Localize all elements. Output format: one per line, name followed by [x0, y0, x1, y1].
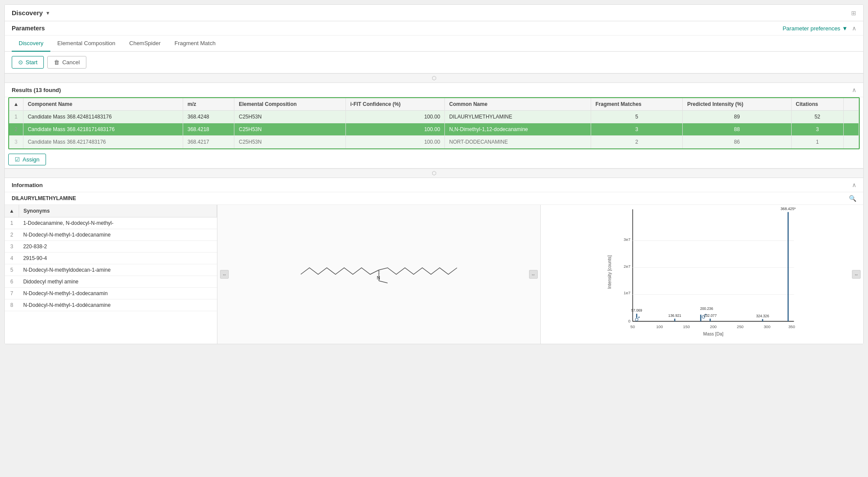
table-row[interactable]: 2 Candidate Mass 368.4218171483176 368.4… — [9, 123, 859, 136]
synonym-name: Didodecyl methyl amine — [19, 276, 217, 288]
results-table-header-row: ▲ Component Name m/z Elemental Compositi… — [9, 98, 859, 111]
divider-icon: ⬡ — [432, 75, 436, 81]
information-header: Information ∧ — [5, 178, 863, 192]
synonym-num: 3 — [5, 241, 19, 253]
list-item[interactable]: 7 N-Dodecyl-N-methyl-1-dodecanamin — [5, 288, 217, 299]
results-header: Results (13 found) ∧ — [5, 83, 863, 97]
header-title: Discovery ▼ — [12, 9, 50, 16]
results-title: Results (13 found) — [12, 87, 61, 93]
row-fragment-matches: 2 — [591, 136, 682, 148]
svg-text:200: 200 — [710, 325, 717, 329]
assign-button[interactable]: ☑ Assign — [8, 154, 46, 165]
row-elemental-comp: C25H53N — [234, 136, 346, 148]
synonyms-panel: ▲ Synonyms 1 1-Dodecanamine, N-dodecyl-N… — [5, 205, 217, 344]
synonyms-name-col[interactable]: Synonyms — [19, 205, 217, 217]
svg-text:3e7: 3e7 — [624, 237, 631, 242]
table-row[interactable]: 3 Candidate Mass 368.4217483176 368.4217… — [9, 136, 859, 148]
row-fragment-matches: 5 — [591, 111, 682, 123]
parameters-actions: Parameter preferences ▼ ∧ — [783, 25, 856, 32]
col-fragment-matches[interactable]: Fragment Matches — [591, 98, 682, 111]
discovery-title: Discovery — [12, 9, 43, 16]
col-citations[interactable]: Citations — [791, 98, 843, 111]
row-common-name: NORT-DODECANAMINE — [445, 136, 591, 148]
row-ifit: 100.00 — [346, 111, 445, 123]
row-num: 1 — [9, 111, 23, 123]
row-elemental-comp: C25H53N — [234, 123, 346, 136]
list-item[interactable]: 1 1-Dodecanamine, N-dodecyl-N-methyl- — [5, 217, 217, 229]
mass-spectrum-chart: 0 1e7 2e7 3e7 50 100 150 200 250 300 350 — [541, 205, 864, 344]
svg-text:N: N — [377, 275, 380, 280]
main-container: Discovery ▼ ⊞ Parameters Parameter prefe… — [4, 4, 864, 344]
divider-icon-2: ⬡ — [432, 170, 436, 176]
start-circle-icon: ⊙ — [18, 59, 23, 66]
row-component-name: Candidate Mass 368.424811483176 — [23, 111, 183, 123]
row-component-name: Candidate Mass 368.4217483176 — [23, 136, 183, 148]
col-common-name[interactable]: Common Name — [445, 98, 591, 111]
row-ifit: 100.00 — [346, 136, 445, 148]
divider-handle-bottom[interactable]: ⬡ — [5, 168, 863, 178]
svg-text:Intensity [counts]: Intensity [counts] — [607, 255, 612, 289]
info-panels: ▲ Synonyms 1 1-Dodecanamine, N-dodecyl-N… — [5, 205, 863, 344]
list-item[interactable]: 3 220-838-2 — [5, 241, 217, 253]
molecule-panel: ↔ — [217, 205, 541, 344]
information-collapse-icon[interactable]: ∧ — [852, 181, 856, 188]
svg-text:57.069: 57.069 — [631, 309, 642, 313]
table-row[interactable]: 1 Candidate Mass 368.424811483176 368.42… — [9, 111, 859, 123]
synonym-num: 1 — [5, 217, 19, 229]
parameter-preferences-link[interactable]: Parameter preferences ▼ — [783, 25, 848, 32]
tab-discovery[interactable]: Discovery — [12, 36, 50, 52]
synonym-name: N-Dodecyl-N-methyldodecan-1-amine — [19, 264, 217, 276]
row-actions — [844, 111, 859, 123]
col-elemental-comp[interactable]: Elemental Composition — [234, 98, 346, 111]
col-actions — [844, 98, 859, 111]
divider-handle-top[interactable]: ⬡ — [5, 73, 863, 83]
svg-text:2e7: 2e7 — [624, 264, 631, 269]
results-collapse-icon[interactable]: ∧ — [852, 86, 856, 93]
parameters-title: Parameters — [12, 25, 45, 32]
synonym-name: N-Dodecyl-N-methyl-1-dodecanamine — [19, 229, 217, 241]
col-predicted-intensity[interactable]: Predicted Intensity (%) — [683, 98, 791, 111]
list-item[interactable]: 2 N-Dodecyl-N-methyl-1-dodecanamine — [5, 229, 217, 241]
list-item[interactable]: 6 Didodecyl methyl amine — [5, 276, 217, 288]
tab-fragment-match[interactable]: Fragment Match — [168, 36, 223, 52]
row-predicted-intensity: 86 — [683, 136, 791, 148]
list-item[interactable]: 5 N-Dodecyl-N-methyldodecan-1-amine — [5, 264, 217, 276]
synonym-name: 1-Dodecanamine, N-dodecyl-N-methyl- — [19, 217, 217, 229]
synonym-name: 220-838-2 — [19, 241, 217, 253]
row-elemental-comp: C25H53N — [234, 111, 346, 123]
row-component-name: Candidate Mass 368.4218171483176 — [23, 123, 183, 136]
row-citations: 3 — [791, 123, 843, 136]
parameters-collapse-icon[interactable]: ∧ — [852, 25, 856, 32]
results-table-wrapper: ▲ Component Name m/z Elemental Compositi… — [8, 97, 860, 149]
start-button[interactable]: ⊙ Start — [12, 56, 44, 69]
row-citations: 1 — [791, 136, 843, 148]
synonym-num: 6 — [5, 276, 19, 288]
svg-text:50: 50 — [630, 325, 635, 329]
grid-icon[interactable]: ⊞ — [851, 10, 856, 16]
compound-name-row: DILAURYLMETHYLAMINE 🔍 — [5, 192, 863, 205]
synonyms-sort-col[interactable]: ▲ — [5, 205, 19, 217]
col-component-name[interactable]: Component Name — [23, 98, 183, 111]
buttons-row: ⊙ Start 🗑 Cancel — [5, 52, 863, 73]
list-item[interactable]: 4 2915-90-4 — [5, 253, 217, 264]
assign-row: ☑ Assign — [5, 151, 863, 168]
col-sort[interactable]: ▲ — [9, 98, 23, 111]
molecule-expand-right-icon[interactable]: ↔ — [529, 270, 538, 279]
col-ifit[interactable]: i-FIT Confidence (%) — [346, 98, 445, 111]
information-section: Information ∧ DILAURYLMETHYLAMINE 🔍 ▲ Sy… — [5, 178, 863, 344]
svg-text:250: 250 — [736, 325, 743, 329]
dropdown-chevron[interactable]: ▼ — [46, 10, 50, 16]
molecule-structure: N — [288, 231, 470, 318]
col-mz[interactable]: m/z — [183, 98, 234, 111]
svg-text:Mass [Da]: Mass [Da] — [703, 332, 723, 336]
compound-search-icon[interactable]: 🔍 — [849, 195, 856, 202]
row-mz: 368.4218 — [183, 123, 234, 136]
spectrum-expand-icon[interactable]: ↔ — [852, 270, 861, 279]
list-item[interactable]: 8 N-Dodécyl-N-méthyl-1-dodécanamine — [5, 299, 217, 311]
row-citations: 52 — [791, 111, 843, 123]
tab-chemspider[interactable]: ChemSpider — [122, 36, 168, 52]
cancel-button[interactable]: 🗑 Cancel — [47, 56, 86, 69]
row-mz: 368.4248 — [183, 111, 234, 123]
tab-elemental-composition[interactable]: Elemental Composition — [50, 36, 122, 52]
molecule-expand-left-icon[interactable]: ↔ — [220, 270, 229, 279]
